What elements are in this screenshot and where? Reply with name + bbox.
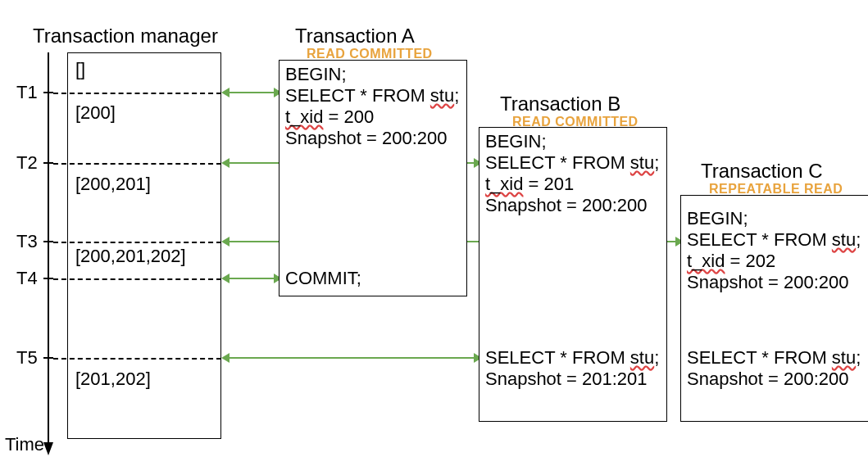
a-xid: t_xid = 200 — [285, 106, 374, 128]
tm-state-1: [200] — [75, 102, 116, 124]
c-snap: Snapshot = 200:200 — [687, 272, 849, 293]
dash-t1 — [53, 93, 221, 94]
dash-t3 — [53, 242, 221, 243]
b-snap2: Snapshot = 201:201 — [485, 369, 648, 390]
c-begin: BEGIN; — [687, 208, 748, 229]
time-label: Time — [5, 434, 44, 455]
a-commit: COMMIT; — [285, 268, 361, 289]
arrow-t5 — [228, 357, 475, 359]
tick-t1: T1 — [16, 82, 38, 103]
b-begin: BEGIN; — [485, 131, 547, 152]
tm-state-4: [201,202] — [75, 369, 151, 390]
c-select2: SELECT * FROM stu; — [687, 347, 861, 369]
a-begin: BEGIN; — [285, 64, 347, 85]
b-select: SELECT * FROM stu; — [485, 152, 659, 174]
tick-t5: T5 — [16, 347, 38, 369]
tm-state-3: [200,201,202] — [75, 246, 186, 267]
svg-marker-1 — [43, 442, 53, 455]
b-snap: Snapshot = 200:200 — [485, 195, 648, 216]
c-select: SELECT * FROM stu; — [687, 229, 861, 251]
tick-t4: T4 — [16, 268, 38, 289]
header-c: Transaction C — [701, 160, 823, 183]
c-xid: t_xid = 202 — [687, 251, 775, 272]
c-snap2: Snapshot = 200:200 — [687, 369, 849, 390]
b-select2: SELECT * FROM stu; — [485, 347, 659, 369]
a-select: SELECT * FROM stu; — [285, 85, 459, 106]
header-tm: Transaction manager — [33, 25, 218, 48]
tick-t2: T2 — [16, 152, 38, 174]
tm-state-0: [] — [75, 59, 85, 80]
tm-state-2: [200,201] — [75, 174, 151, 195]
a-snap: Snapshot = 200:200 — [285, 128, 448, 149]
b-xid: t_xid = 201 — [485, 174, 574, 195]
tick-t3: T3 — [16, 231, 38, 252]
arrow-t1 — [228, 92, 275, 93]
arrow-t4 — [228, 278, 275, 279]
dash-t2 — [53, 163, 221, 165]
dash-t5 — [53, 358, 221, 360]
dash-t4 — [53, 278, 221, 280]
header-b: Transaction B — [500, 93, 620, 115]
header-a: Transaction A — [295, 25, 415, 48]
